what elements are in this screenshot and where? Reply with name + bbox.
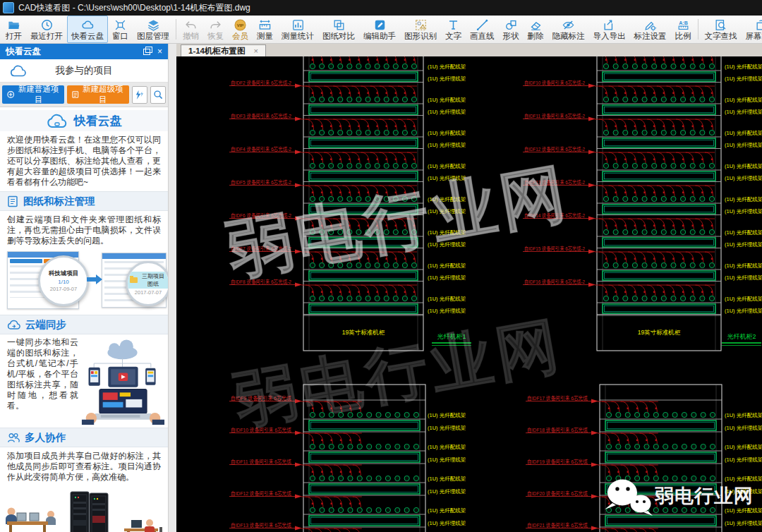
toolbar-button-measure-stats[interactable]: 测量统计 <box>277 16 318 43</box>
plus-circle-icon <box>7 90 14 99</box>
cloud-icon <box>10 65 27 79</box>
cloud-sync-paragraph: 一键同步本地和云端的图纸和标注，台式机/笔记本/手机/平板，各个平台图纸标注共享… <box>7 337 78 425</box>
rack-caption: 光纤机柜2 <box>727 333 756 340</box>
toolbar-label: 图形识别 <box>404 32 437 41</box>
rack-unit-label: (1U) 光纤配线架 <box>725 507 762 514</box>
tab-drawing[interactable]: 1-14机柜布置图 × <box>181 44 266 56</box>
rack-unit-label: (1U) 光纤配线架 <box>428 97 466 103</box>
tab-close-icon[interactable]: × <box>254 47 258 55</box>
toolbar-button-drawing-compare[interactable]: 图纸对比 <box>318 16 359 43</box>
cad-drawing: (1U) 光纤配线架(1U) 光纤理线架自IDF2 设备间引来 6芯光缆-2(1… <box>176 56 762 532</box>
my-projects-row[interactable]: 我参与的项目 <box>0 59 168 83</box>
rack-unit-label: (1U) 光纤配线架 <box>725 444 762 450</box>
rack-unit-label: (1U) 光纤配线架 <box>725 262 762 269</box>
text-icon <box>447 18 460 32</box>
panel-splitter[interactable] <box>168 44 176 532</box>
edit-assistant-icon <box>373 18 387 32</box>
project-buttons-row: 新建普通项目 新建超级项目 <box>0 83 168 107</box>
toolbar-button-vip[interactable]: VIP会员 <box>228 16 253 43</box>
measure-icon <box>258 18 272 32</box>
toolbar-button-open[interactable]: 打开 <box>1 16 26 43</box>
tab-label: 1-14机柜布置图 <box>188 46 246 56</box>
rack-unit-label: (1U) 光纤理线架 <box>428 308 466 314</box>
rack-unit-label: (1U) 光纤配线架 <box>428 507 466 514</box>
rack-unit-label: (1U) 光纤配线架 <box>725 196 762 202</box>
section-title: 云端同步 <box>25 318 66 332</box>
cable-source-label: 自IDF19 设备间引来 6芯光缆 <box>527 459 588 465</box>
cable-source-label: 自IDF18 设备间引来 6芯光缆 <box>527 427 588 433</box>
toolbar-button-text-search[interactable]: 文字查找 <box>701 16 742 43</box>
rack-unit-label: (1U) 光纤配线架 <box>428 64 466 70</box>
toolbar-label: 文字查找 <box>705 32 737 41</box>
import-export-icon <box>603 18 616 32</box>
toolbar-button-window[interactable]: 窗口 <box>108 16 133 43</box>
cable-source-label: 自IDF5 设备间引来 6芯光缆-2 <box>231 179 291 186</box>
rack-unit-label: (1U) 光纤配线架 <box>428 412 466 418</box>
new-normal-project-button[interactable]: 新建普通项目 <box>2 85 64 104</box>
rack-unit-label: (1U) 光纤配线架 <box>725 476 762 482</box>
rack-type-text: 19英寸标准机柜 <box>638 329 681 336</box>
toolbar-button-delete[interactable]: 删除 <box>524 16 548 43</box>
float-panel-icon[interactable] <box>143 49 150 55</box>
sync-bolt-icon <box>134 90 145 100</box>
rack-unit-label: (1U) 光纤配线架 <box>725 296 762 302</box>
svg-text:VIP: VIP <box>237 23 244 27</box>
toolbar-label: 测量统计 <box>282 32 314 41</box>
rack-unit-label: (1U) 光纤配线架 <box>725 163 762 169</box>
close-panel-icon[interactable]: × <box>157 47 162 56</box>
rack-unit-label: (1U) 光纤配线架 <box>725 412 762 418</box>
toolbar-button-layer-manager[interactable]: 图层管理 <box>133 16 174 43</box>
draw-line-icon <box>476 18 489 32</box>
cable-source-label: 自IDF11 设备间引来 6芯光缆 <box>231 459 291 465</box>
toolbar-button-shapes[interactable]: 形状 <box>499 16 524 43</box>
toolbar-button-recent-open[interactable]: 最近打开 <box>26 16 67 43</box>
new-super-project-button[interactable]: 新建超级项目 <box>67 85 128 104</box>
rack-unit-label: (1U) 光纤配线架 <box>428 476 466 482</box>
toolbar-button-text[interactable]: 文字 <box>441 16 466 43</box>
toolbar-button-draw-line[interactable]: 画直线 <box>466 16 499 43</box>
arrow-right-icon <box>87 277 96 282</box>
document-icon <box>7 195 18 207</box>
rack-unit-label: (1U) 光纤配线架 <box>428 130 466 136</box>
cable-source-label: 自IDF12 设备间引来 6芯光缆-2 <box>524 146 585 152</box>
rack-unit-label: (1U) 光纤理线架 <box>725 425 762 431</box>
cable-source-label: 自IDF13 设备间引来 6芯光缆 <box>231 522 291 528</box>
delete-icon <box>529 18 543 32</box>
toolbar-button-scale[interactable]: A:B比例 <box>671 16 696 43</box>
drawing-canvas[interactable]: (1U) 光纤配线架(1U) 光纤理线架自IDF2 设备间引来 6芯光缆-2(1… <box>176 56 762 532</box>
hide-annotations-icon <box>562 18 575 32</box>
cloud-disk-heading-label: 快看云盘 <box>74 113 122 129</box>
cable-source-label: 自IDF15 设备间引来 6芯光缆-2 <box>524 246 585 252</box>
rack-unit-label: (1U) 光纤配线架 <box>725 130 762 136</box>
toolbar-button-hide-annotations[interactable]: 隐藏标注 <box>548 16 589 43</box>
toolbar-button-annotation-settings[interactable]: 标注设置 <box>630 16 671 43</box>
new-super-project-label: 新建超级项目 <box>82 84 124 105</box>
toolbar-button-redo[interactable]: 恢复 <box>203 16 228 43</box>
rack-unit-label: (1U) 光纤配线架 <box>725 64 762 70</box>
toolbar-button-measure[interactable]: 测量 <box>253 16 277 43</box>
toolbar-label: 画直线 <box>470 32 495 41</box>
toolbar-label: 窗口 <box>112 32 128 41</box>
toolbar-button-import-export[interactable]: 导入导出 <box>589 16 630 43</box>
project-date: 2017-09-07 <box>50 286 77 292</box>
undo-icon <box>184 18 198 32</box>
search-icon <box>153 90 163 99</box>
new-normal-project-label: 新建普通项目 <box>17 84 59 105</box>
rack-unit-label: (1U) 光纤理线架 <box>725 520 762 526</box>
toolbar-button-screen-rotate[interactable]: 屏幕旋转 <box>742 16 762 43</box>
rack-unit-label: (1U) 光纤理线架 <box>725 75 762 82</box>
cable-source-label: 自IDF21 设备间引来 6芯光缆 <box>527 522 588 528</box>
toolbar-button-cloud-disk[interactable]: 快看云盘 <box>67 16 108 43</box>
toolbar-label: 隐藏标注 <box>552 32 585 41</box>
toolbar-button-undo[interactable]: 撤销 <box>179 16 203 43</box>
cable-source-label: 自IDF11 设备间引来 6芯光缆-2 <box>524 113 585 119</box>
search-button[interactable] <box>150 86 166 104</box>
toolbar-button-shape-recognition[interactable]: 图形识别 <box>400 16 441 43</box>
sync-button[interactable] <box>132 86 147 104</box>
rack-unit-label: (1U) 光纤配线架 <box>428 296 466 302</box>
toolbar-label: 恢复 <box>207 32 224 41</box>
cable-source-label: 自IDF4 设备间引来 6芯光缆-2 <box>231 146 291 152</box>
toolbar-separator <box>698 19 698 40</box>
toolbar-label: 比例 <box>675 32 691 41</box>
toolbar-button-edit-assistant[interactable]: 编辑助手 <box>359 16 400 43</box>
